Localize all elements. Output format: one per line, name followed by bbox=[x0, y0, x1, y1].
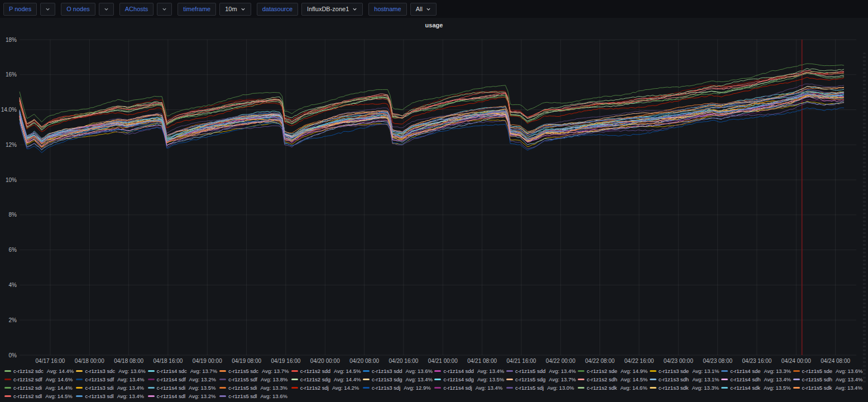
series-avg: Avg: 14.2% bbox=[332, 385, 359, 391]
series-avg: Avg: 13.5% bbox=[477, 376, 504, 382]
legend-item-c-r1z1s4-sdc[interactable]: c-r1z1s4 sdcAvg: 13.7% bbox=[148, 367, 218, 375]
x-axis-label: 04/21 16:00 bbox=[507, 358, 536, 364]
series-color-swatch bbox=[219, 395, 226, 397]
x-axis-label: 04/21 08:00 bbox=[467, 358, 497, 364]
series-avg: Avg: 13.6% bbox=[836, 368, 862, 374]
legend-item-c-r1z1s4-sde[interactable]: c-r1z1s4 sdeAvg: 13.3% bbox=[721, 367, 792, 375]
variable-value-timeframe[interactable]: 10m bbox=[219, 3, 251, 16]
series-color-swatch bbox=[506, 379, 513, 380]
legend-item-c-r1z1s2-sdk[interactable]: c-r1z1s2 sdkAvg: 14.6% bbox=[578, 384, 648, 391]
x-axis-label: 04/22 16:00 bbox=[625, 358, 654, 364]
legend-item-c-r1z1s4-sdf[interactable]: c-r1z1s4 sdfAvg: 13.2% bbox=[148, 376, 218, 383]
variable-label-o-nodes[interactable]: O nodes bbox=[61, 3, 95, 16]
variable-dropdown-button-p-nodes[interactable] bbox=[40, 3, 55, 16]
series-name: c-r1z1s4 sdh bbox=[730, 376, 760, 382]
legend-item-c-r1z1s2-sdd[interactable]: c-r1z1s2 sddAvg: 14.5% bbox=[291, 367, 362, 375]
legend-item-c-r1z1s4-sdk[interactable]: c-r1z1s4 sdkAvg: 13.5% bbox=[721, 384, 792, 391]
x-axis-label: 04/19 16:00 bbox=[271, 358, 301, 364]
series-avg: Avg: 13.4% bbox=[476, 385, 502, 391]
y-axis-label: 10% bbox=[6, 177, 17, 183]
legend-item-c-r1z1s4-sdg[interactable]: c-r1z1s4 sdgAvg: 13.5% bbox=[434, 376, 505, 383]
variable-value-text: All bbox=[416, 6, 423, 12]
legend-item-c-r1z1s3-sdd[interactable]: c-r1z1s3 sddAvg: 13.6% bbox=[363, 367, 433, 375]
x-axis-label: 04/20 00:00 bbox=[310, 358, 340, 364]
legend-item-c-r1z1s5-sdi[interactable]: c-r1z1s5 sdiAvg: 13.3% bbox=[219, 384, 290, 391]
variable-dropdown-button-achosts[interactable] bbox=[157, 3, 172, 16]
time-series-plot[interactable]: 18%16%14.0%12%10%8%6%4%2%0%04/17 16:0004… bbox=[0, 32, 868, 366]
legend-item-c-r1z1s3-sdc[interactable]: c-r1z1s3 sdcAvg: 13.6% bbox=[76, 367, 146, 375]
series-avg: Avg: 14.6% bbox=[620, 385, 647, 391]
series-avg: Avg: 13.4% bbox=[405, 376, 432, 382]
series-avg: Avg: 14.5% bbox=[334, 368, 361, 374]
x-axis-label: 04/24 00:00 bbox=[781, 358, 811, 364]
series-name: c-r1z1s2 sdf bbox=[13, 376, 42, 382]
variable-dropdown-button-o-nodes[interactable] bbox=[99, 3, 114, 16]
legend-item-c-r1z1s5-sdg[interactable]: c-r1z1s5 sdgAvg: 13.7% bbox=[506, 376, 577, 383]
legend-item-c-r1z1s5-sdh[interactable]: c-r1z1s5 sdhAvg: 13.4% bbox=[793, 376, 864, 383]
legend-item-c-r1z1s3-sdf[interactable]: c-r1z1s3 sdfAvg: 13.4% bbox=[76, 376, 146, 383]
legend-item-c-r1z1s3-sdj[interactable]: c-r1z1s3 sdjAvg: 12.9% bbox=[363, 384, 433, 391]
series-color-swatch bbox=[363, 387, 370, 389]
x-axis-label: 04/23 08:00 bbox=[703, 358, 732, 364]
variable-label-timeframe[interactable]: timeframe bbox=[178, 3, 216, 16]
legend-item-c-r1z1s3-sdk[interactable]: c-r1z1s3 sdkAvg: 13.3% bbox=[650, 384, 720, 391]
legend-item-c-r1z1s2-sdf[interactable]: c-r1z1s2 sdfAvg: 14.6% bbox=[4, 376, 75, 383]
series-avg: Avg: 13.4% bbox=[117, 393, 144, 399]
series-color-swatch bbox=[4, 395, 11, 397]
legend-item-c-r1z1s4-sdh[interactable]: c-r1z1s4 sdhAvg: 13.4% bbox=[721, 376, 792, 383]
series-color-swatch bbox=[4, 387, 11, 389]
variable-value-datasource[interactable]: InfluxDB-zone1 bbox=[301, 3, 363, 16]
legend-item-c-r1z1s5-sdj[interactable]: c-r1z1s5 sdjAvg: 13.0% bbox=[506, 384, 577, 391]
series-name: c-r1z1s5 sdh bbox=[802, 376, 832, 382]
series-avg: Avg: 13.6% bbox=[260, 393, 287, 399]
series-name: c-r1z1s2 sdd bbox=[300, 368, 330, 374]
legend-item-c-r1z1s3-sdi[interactable]: c-r1z1s3 sdiAvg: 13.4% bbox=[76, 384, 146, 391]
legend-item-c-r1z1s2-sdg[interactable]: c-r1z1s2 sdgAvg: 14.4% bbox=[291, 376, 362, 383]
x-axis-label: 04/18 00:00 bbox=[75, 358, 104, 364]
legend-item-c-r1z1s5-sdk[interactable]: c-r1z1s5 sdkAvg: 13.4% bbox=[793, 384, 864, 391]
legend-item-c-r1z1s2-sdl[interactable]: c-r1z1s2 sdlAvg: 14.5% bbox=[4, 393, 75, 400]
series-avg: Avg: 13.0% bbox=[547, 385, 574, 391]
series-avg: Avg: 14.4% bbox=[334, 376, 361, 382]
legend-item-c-r1z1s3-sde[interactable]: c-r1z1s3 sdeAvg: 13.1% bbox=[650, 367, 720, 375]
x-axis-label: 04/17 16:00 bbox=[36, 358, 65, 364]
variable-label-datasource[interactable]: datasource bbox=[257, 3, 298, 16]
legend-item-c-r1z1s4-sdi[interactable]: c-r1z1s4 sdiAvg: 13.5% bbox=[148, 384, 218, 391]
series-name: c-r1z1s2 sdg bbox=[300, 376, 330, 382]
y-axis-label: 14.0% bbox=[1, 107, 17, 113]
chevron-down-icon bbox=[352, 7, 357, 12]
scrollbar[interactable] bbox=[863, 52, 866, 383]
legend-item-c-r1z1s5-sdc[interactable]: c-r1z1s5 sdcAvg: 13.7% bbox=[219, 367, 290, 375]
legend-item-c-r1z1s2-sdj[interactable]: c-r1z1s2 sdjAvg: 14.2% bbox=[291, 384, 362, 391]
series-avg: Avg: 13.5% bbox=[189, 385, 215, 391]
variable-value-hostname[interactable]: All bbox=[410, 3, 437, 16]
legend-item-c-r1z1s4-sdj[interactable]: c-r1z1s4 sdjAvg: 13.4% bbox=[434, 384, 505, 391]
legend-item-c-r1z1s3-sdl[interactable]: c-r1z1s3 sdlAvg: 13.4% bbox=[76, 393, 146, 400]
legend-item-c-r1z1s4-sdd[interactable]: c-r1z1s4 sddAvg: 13.4% bbox=[434, 367, 505, 375]
series-name: c-r1z1s3 sdh bbox=[659, 376, 689, 382]
variable-label-hostname[interactable]: hostname bbox=[368, 3, 406, 16]
series-name: c-r1z1s5 sdg bbox=[515, 376, 545, 382]
legend-item-c-r1z1s2-sdh[interactable]: c-r1z1s2 sdhAvg: 14.5% bbox=[578, 376, 648, 383]
legend-item-c-r1z1s2-sde[interactable]: c-r1z1s2 sdeAvg: 14.9% bbox=[578, 367, 648, 375]
legend-item-c-r1z1s5-sdd[interactable]: c-r1z1s5 sddAvg: 13.4% bbox=[506, 367, 577, 375]
legend-item-c-r1z1s5-sde[interactable]: c-r1z1s5 sdeAvg: 13.6% bbox=[793, 367, 864, 375]
series-color-swatch bbox=[721, 379, 728, 380]
legend-item-c-r1z1s2-sdc[interactable]: c-r1z1s2 sdcAvg: 14.4% bbox=[4, 367, 75, 375]
variable-label-p-nodes[interactable]: P nodes bbox=[3, 3, 37, 16]
series-avg: Avg: 13.1% bbox=[692, 368, 719, 374]
series-avg: Avg: 13.7% bbox=[262, 368, 289, 374]
series-avg: Avg: 13.7% bbox=[549, 376, 576, 382]
series-name: c-r1z1s2 sdk bbox=[587, 385, 617, 391]
legend-item-c-r1z1s5-sdf[interactable]: c-r1z1s5 sdfAvg: 13.8% bbox=[219, 376, 290, 383]
legend-item-c-r1z1s3-sdg[interactable]: c-r1z1s3 sdgAvg: 13.4% bbox=[363, 376, 433, 383]
legend-item-c-r1z1s2-sdi[interactable]: c-r1z1s2 sdiAvg: 14.4% bbox=[4, 384, 75, 391]
variable-label-achosts[interactable]: AChosts bbox=[119, 3, 154, 16]
legend-item-c-r1z1s4-sdl[interactable]: c-r1z1s4 sdlAvg: 13.2% bbox=[148, 393, 218, 400]
series-name: c-r1z1s3 sde bbox=[659, 368, 689, 374]
series-color-swatch bbox=[578, 370, 584, 372]
legend-item-c-r1z1s3-sdh[interactable]: c-r1z1s3 sdhAvg: 13.1% bbox=[650, 376, 720, 383]
series-name: c-r1z1s5 sdc bbox=[228, 368, 258, 374]
series-avg: Avg: 13.5% bbox=[764, 385, 790, 391]
legend-item-c-r1z1s5-sdl[interactable]: c-r1z1s5 sdlAvg: 13.6% bbox=[219, 393, 290, 400]
